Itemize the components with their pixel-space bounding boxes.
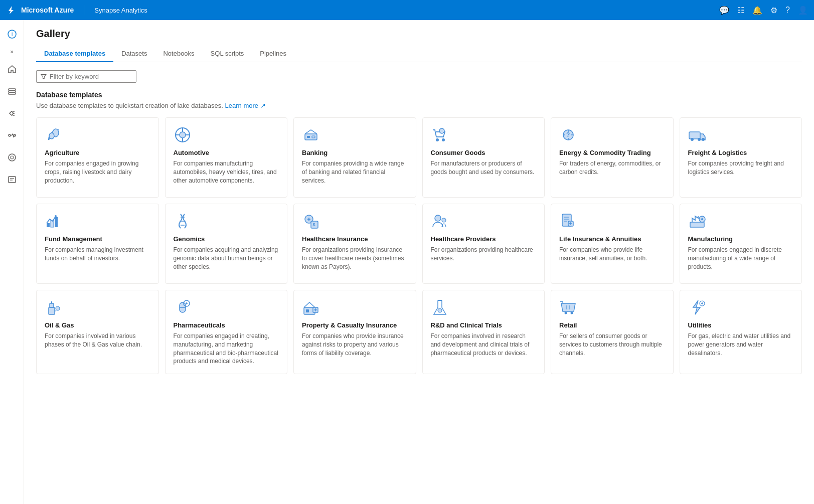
card-life-insurance[interactable]: Life Insurance & Annuities For companies… [551,204,674,284]
monitor-icon [8,153,17,162]
card-banking[interactable]: Banking For companies providing a wide r… [293,117,416,198]
energy-title: Energy & Commodity Trading [559,149,665,156]
card-retail[interactable]: Retail For sellers of consumer goods or … [551,290,674,374]
sidebar-expand[interactable]: » [8,46,16,57]
sidebar-item-home[interactable] [2,59,22,79]
card-consumer-goods[interactable]: Consumer Goods For manufacturers or prod… [422,117,545,198]
info-icon: i [8,30,17,39]
pharmaceuticals-icon [174,298,192,316]
consumer-goods-desc: For manufacturers or producers of goods … [431,159,537,177]
svg-point-34 [698,138,701,141]
card-fund-management[interactable]: Fund Management For companies managing i… [36,204,159,284]
agriculture-icon [45,126,63,144]
property-casualty-desc: For companies who provide insurance agai… [302,332,408,357]
manufacturing-desc: For companies engaged in discrete manufa… [688,246,794,271]
svg-text:$: $ [312,222,315,227]
svg-rect-4 [9,93,16,94]
svg-rect-3 [9,91,16,92]
tab-datasets[interactable]: Datasets [113,46,155,62]
svg-rect-38 [55,217,58,227]
card-freight-logistics[interactable]: Freight & Logistics For companies provid… [680,117,802,198]
svg-point-35 [702,138,705,141]
filter-bar [24,70,814,91]
banking-title: Banking [302,149,408,156]
feedback-icon[interactable]: 💬 [719,6,729,15]
svg-point-19 [180,132,186,138]
fund-management-icon [45,212,63,230]
banking-icon [302,126,320,144]
main-section: Database templates Use database template… [24,91,814,392]
svg-point-47 [442,218,446,222]
retail-icon [559,298,577,316]
help-icon[interactable]: ? [785,6,790,15]
healthcare-insurance-icon: $ [302,212,320,230]
card-oil-gas[interactable]: Oil & Gas For companies involved in vari… [36,290,159,374]
retail-desc: For sellers of consumer goods or service… [559,332,665,357]
tab-notebooks[interactable]: Notebooks [155,46,202,62]
sidebar-item-manage[interactable] [2,170,22,190]
card-agriculture[interactable]: Agriculture For companies engaged in gro… [36,117,159,198]
svg-rect-56 [49,307,55,314]
main-layout: i » [0,20,814,504]
notification-icon[interactable]: 🔔 [752,6,762,15]
automotive-icon [174,126,192,144]
card-genomics[interactable]: Genomics For companies acquiring and ana… [165,204,288,284]
svg-point-68 [565,312,567,314]
sidebar-item-integrate[interactable] [2,125,22,145]
pharmaceuticals-desc: For companies engaged in creating, manuf… [174,332,279,366]
svg-point-67 [438,308,442,312]
svg-text:?: ? [566,131,570,138]
portal-icon[interactable]: ☷ [737,6,744,15]
svg-point-27 [436,138,439,141]
card-automotive[interactable]: Automotive For companies manufacturing a… [165,117,288,198]
agriculture-title: Agriculture [45,149,150,156]
tabs: Database templates Datasets Notebooks SQ… [36,46,802,62]
brand: Microsoft Azure Synapse Analytics [6,5,147,15]
svg-point-46 [435,215,441,221]
svg-point-59 [56,306,60,310]
cards-row-1: Agriculture For companies engaged in gro… [36,117,802,198]
banking-desc: For companies providing a wide range of … [302,159,408,185]
utilities-title: Utilities [688,321,794,329]
card-manufacturing[interactable]: Manufacturing For companies engaged in d… [680,204,802,284]
card-healthcare-insurance[interactable]: $ Healthcare Insurance For organizations… [293,204,416,284]
svg-rect-2 [9,89,16,90]
settings-icon[interactable]: ⚙ [770,6,777,15]
tab-pipelines[interactable]: Pipelines [252,46,294,62]
integrate-icon [8,131,17,140]
svg-marker-15 [41,74,46,78]
card-energy-commodity[interactable]: ? Energy & Commodity Trading For traders… [551,117,674,198]
freight-desc: For companies providing freight and logi… [688,159,794,177]
filter-input-container[interactable] [36,70,136,83]
manage-icon [8,175,17,184]
healthcare-providers-icon [431,212,449,230]
sidebar-item-develop[interactable] [2,103,22,123]
card-healthcare-providers[interactable]: Healthcare Providers For organizations p… [422,204,545,284]
brand-divider [84,5,84,15]
tab-sql-scripts[interactable]: SQL scripts [203,46,252,62]
automotive-title: Automotive [174,149,279,156]
tab-database-templates[interactable]: Database templates [36,46,113,62]
filter-keyword-input[interactable] [50,73,132,80]
card-pharmaceuticals[interactable]: Pharmaceuticals For companies engaged in… [165,290,288,374]
property-casualty-icon [302,298,320,316]
life-insurance-desc: For companies who provide life insurance… [559,246,665,263]
svg-rect-32 [689,132,700,139]
svg-point-39 [55,215,57,217]
card-property-casualty[interactable]: Property & Casualty Insurance For compan… [293,290,416,374]
learn-more-link[interactable]: Learn more ↗ [225,102,266,109]
svg-rect-64 [306,309,309,312]
oil-gas-title: Oil & Gas [45,321,150,329]
page-title: Gallery [36,28,802,40]
card-rnd-clinical[interactable]: R&D and Clinical Trials For companies in… [422,290,545,374]
card-utilities[interactable]: Utilities For gas, electric and water ut… [680,290,802,374]
sidebar-item-monitor[interactable] [2,147,22,167]
rnd-clinical-title: R&D and Clinical Trials [431,321,537,329]
healthcare-providers-desc: For organizations providing healthcare s… [431,246,537,263]
profile-icon[interactable]: 👤 [798,6,808,15]
sidebar-item-info[interactable]: i [2,24,22,44]
brand-name: Microsoft Azure [21,6,74,14]
azure-logo-icon [6,5,16,15]
healthcare-insurance-desc: For organizations providing insurance to… [302,246,408,271]
sidebar-item-data[interactable] [2,81,22,101]
